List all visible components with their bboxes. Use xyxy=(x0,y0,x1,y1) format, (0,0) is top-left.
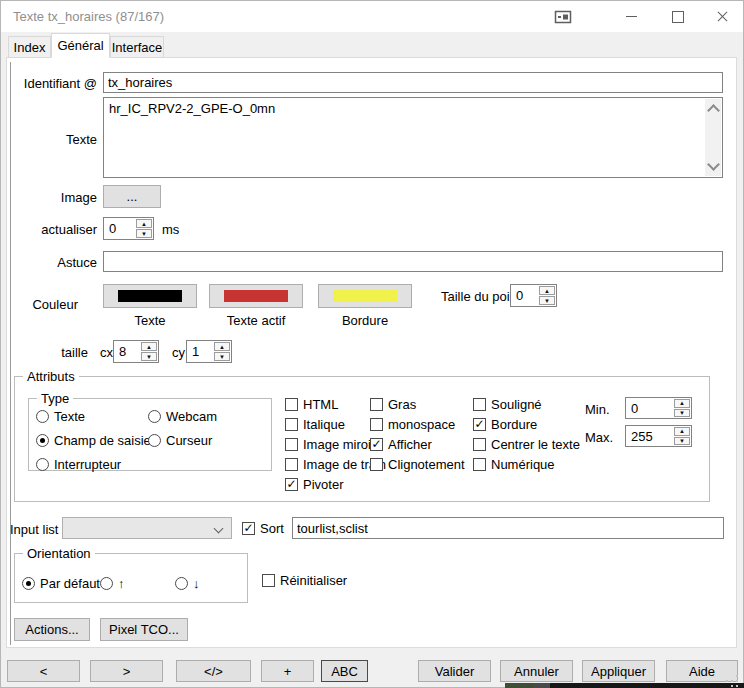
close-button[interactable] xyxy=(700,1,744,32)
actualiser-value[interactable]: 0 xyxy=(104,218,135,239)
tab-general[interactable]: Général xyxy=(51,33,110,58)
abc-button[interactable]: ABC xyxy=(321,660,368,682)
spin-up-icon[interactable]: ▲ xyxy=(674,399,690,408)
cy-spinner[interactable]: 1 ▲ ▼ xyxy=(186,340,232,363)
pixel-tco-button[interactable]: Pixel TCO... xyxy=(100,618,188,641)
scroll-up-icon[interactable] xyxy=(707,104,720,117)
radio-orientation-up[interactable]: ↑ xyxy=(100,576,125,591)
taille-du-point-label: Taille du point xyxy=(441,289,521,304)
max-value[interactable]: 255 xyxy=(626,426,673,446)
radio-curseur[interactable]: Curseur xyxy=(148,433,212,448)
tab-index[interactable]: Index xyxy=(8,36,51,58)
plus-button[interactable]: + xyxy=(261,660,314,682)
texte-textarea[interactable]: hr_IC_RPV2-2_GPE-O_0mn xyxy=(103,97,723,178)
actualiser-spinner[interactable]: 0 ▲ ▼ xyxy=(103,217,154,240)
couleur-texte-actif-button[interactable] xyxy=(209,284,303,308)
background-strip xyxy=(505,683,533,688)
spin-down-icon[interactable]: ▼ xyxy=(539,296,555,305)
taille-du-point-value[interactable]: 0 xyxy=(511,285,538,306)
actualiser-unit-label: ms xyxy=(162,222,179,237)
min-spinner[interactable]: 0 ▲ ▼ xyxy=(625,397,692,419)
input-list-dropdown[interactable] xyxy=(62,517,232,539)
swatch-caption-texte-actif: Texte actif xyxy=(209,313,303,328)
taille-du-point-spinner[interactable]: 0 ▲ ▼ xyxy=(510,284,557,307)
valider-button[interactable]: Valider xyxy=(418,660,491,682)
actions-button[interactable]: Actions... xyxy=(14,618,90,641)
checkbox-box xyxy=(473,458,486,471)
radio-orientation-down[interactable]: ↓ xyxy=(175,576,200,591)
checkbox-bordure[interactable]: ✓ Bordure xyxy=(473,417,537,432)
checkbox-clignotement[interactable]: Clignotement xyxy=(370,457,465,472)
radio-interrupteur[interactable]: Interrupteur xyxy=(36,457,121,472)
checkbox-numerique[interactable]: Numérique xyxy=(473,457,555,472)
couleur-bordure-button[interactable] xyxy=(318,284,412,308)
tab-interface[interactable]: Interface xyxy=(110,36,164,58)
checkbox-box xyxy=(285,418,298,431)
cx-spinner[interactable]: 8 ▲ ▼ xyxy=(113,340,159,363)
nav-prev-button[interactable]: < xyxy=(7,660,80,682)
couleur-label: Couleur xyxy=(10,297,78,312)
couleur-texte-button[interactable] xyxy=(103,284,197,308)
checkbox-box xyxy=(262,574,275,587)
min-label: Min. xyxy=(585,402,610,417)
checkbox-centrer-le-texte[interactable]: Centrer le texte xyxy=(473,437,580,452)
spin-down-icon[interactable]: ▼ xyxy=(136,229,152,238)
spin-up-icon[interactable]: ▲ xyxy=(136,219,152,228)
maximize-button[interactable] xyxy=(655,1,700,32)
checkbox-image-miroir[interactable]: Image miroir xyxy=(285,437,375,452)
resize-grip[interactable] xyxy=(726,680,728,682)
spin-up-icon[interactable]: ▲ xyxy=(674,427,690,436)
code-button[interactable]: </> xyxy=(176,660,251,682)
astuce-input[interactable] xyxy=(103,251,723,272)
checkbox-souligne[interactable]: Souligné xyxy=(473,397,542,412)
radio-circle-selected xyxy=(36,434,49,447)
couleur-texte-actif-chip xyxy=(224,290,288,302)
checkbox-afficher[interactable]: ✓ Afficher xyxy=(370,437,432,452)
minimize-button[interactable] xyxy=(609,1,654,32)
max-spinner[interactable]: 255 ▲ ▼ xyxy=(625,425,692,447)
spin-down-icon[interactable]: ▼ xyxy=(141,352,157,361)
checkbox-gras[interactable]: Gras xyxy=(370,397,416,412)
spin-up-icon[interactable]: ▲ xyxy=(141,342,157,351)
checkbox-italique[interactable]: Italique xyxy=(285,417,345,432)
identifiant-input[interactable] xyxy=(103,72,723,93)
checkbox-reinitialiser[interactable]: Réinitialiser xyxy=(262,573,347,588)
spin-up-icon[interactable]: ▲ xyxy=(214,342,230,351)
texte-scrollbar[interactable] xyxy=(705,99,721,176)
checkbox-box xyxy=(473,438,486,451)
appliquer-button[interactable]: Appliquer xyxy=(582,660,655,682)
couleur-texte-chip xyxy=(118,290,182,302)
radio-champ-de-saisie[interactable]: Champ de saisie xyxy=(36,433,151,448)
spin-down-icon[interactable]: ▼ xyxy=(674,409,690,418)
background-strip xyxy=(550,683,744,688)
checkbox-box-checked: ✓ xyxy=(370,438,383,451)
image-browse-button[interactable]: ... xyxy=(103,185,161,208)
input-list-input[interactable] xyxy=(292,517,724,539)
checkbox-sort[interactable]: ✓ Sort xyxy=(242,521,284,536)
checkbox-monospace[interactable]: monospace xyxy=(370,417,455,432)
min-value[interactable]: 0 xyxy=(626,398,673,418)
nav-next-button[interactable]: > xyxy=(90,660,163,682)
checkbox-box-checked: ✓ xyxy=(473,418,486,431)
image-label: Image xyxy=(10,190,97,205)
radio-webcam[interactable]: Webcam xyxy=(148,409,217,424)
texte-label: Texte xyxy=(10,132,97,147)
swatch-caption-texte: Texte xyxy=(103,313,197,328)
cx-value[interactable]: 8 xyxy=(114,341,140,362)
annuler-button[interactable]: Annuler xyxy=(500,660,573,682)
checkbox-box xyxy=(285,398,298,411)
radio-circle-selected xyxy=(22,577,35,590)
scroll-down-icon[interactable] xyxy=(707,158,720,171)
cy-value[interactable]: 1 xyxy=(187,341,213,362)
astuce-label: Astuce xyxy=(10,255,97,270)
spin-down-icon[interactable]: ▼ xyxy=(674,437,690,446)
checkbox-pivoter[interactable]: ✓ Pivoter xyxy=(285,477,343,492)
aide-button[interactable]: Aide xyxy=(666,660,738,682)
max-label: Max. xyxy=(585,430,613,445)
spin-down-icon[interactable]: ▼ xyxy=(214,352,230,361)
chevron-down-icon xyxy=(214,524,224,534)
radio-texte[interactable]: Texte xyxy=(36,409,85,424)
spin-up-icon[interactable]: ▲ xyxy=(539,286,555,295)
checkbox-html[interactable]: HTML xyxy=(285,397,338,412)
radio-par-defaut[interactable]: Par défaut xyxy=(22,576,100,591)
